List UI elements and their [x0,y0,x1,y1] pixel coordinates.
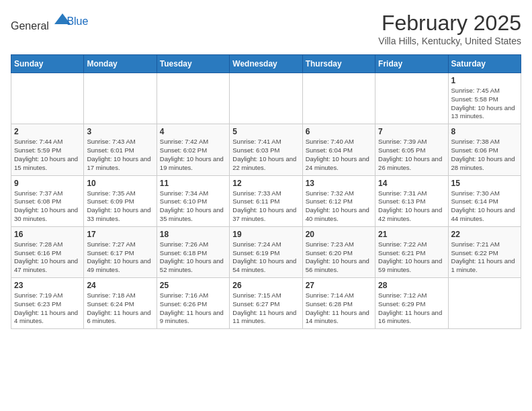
day-cell: 15Sunrise: 7:30 AM Sunset: 6:14 PM Dayli… [448,175,521,226]
day-cell [230,73,302,124]
page-header: General Blue February 2025 Villa Hills, … [11,11,521,46]
day-cell: 28Sunrise: 7:12 AM Sunset: 6:29 PM Dayli… [375,278,448,329]
day-header-wednesday: Wednesday [230,55,302,73]
day-cell: 13Sunrise: 7:32 AM Sunset: 6:12 PM Dayli… [302,175,375,226]
day-cell: 9Sunrise: 7:37 AM Sunset: 6:08 PM Daylig… [11,175,84,226]
day-cell: 25Sunrise: 7:16 AM Sunset: 6:26 PM Dayli… [157,278,229,329]
day-number: 5 [232,127,299,136]
day-number: 4 [160,127,226,136]
day-number: 24 [87,281,153,290]
days-header-row: SundayMondayTuesdayWednesdayThursdayFrid… [11,55,521,73]
day-cell [302,73,375,124]
day-info: Sunrise: 7:34 AM Sunset: 6:10 PM Dayligh… [160,189,226,224]
day-cell: 24Sunrise: 7:18 AM Sunset: 6:24 PM Dayli… [84,278,157,329]
week-row-1: 1Sunrise: 7:45 AM Sunset: 5:58 PM Daylig… [11,73,521,124]
day-info: Sunrise: 7:16 AM Sunset: 6:26 PM Dayligh… [160,291,226,326]
day-cell: 22Sunrise: 7:21 AM Sunset: 6:22 PM Dayli… [448,226,521,277]
day-number: 9 [14,179,81,188]
day-cell: 11Sunrise: 7:34 AM Sunset: 6:10 PM Dayli… [157,175,229,226]
day-number: 19 [232,230,299,239]
day-number: 28 [378,281,445,290]
title-block: February 2025 Villa Hills, Kentucky, Uni… [378,11,521,46]
day-cell: 21Sunrise: 7:22 AM Sunset: 6:21 PM Dayli… [375,226,448,277]
day-info: Sunrise: 7:30 AM Sunset: 6:14 PM Dayligh… [451,189,518,224]
day-info: Sunrise: 7:41 AM Sunset: 6:03 PM Dayligh… [232,138,299,172]
week-row-2: 2Sunrise: 7:44 AM Sunset: 5:59 PM Daylig… [11,124,521,175]
day-info: Sunrise: 7:35 AM Sunset: 6:09 PM Dayligh… [87,189,153,224]
day-info: Sunrise: 7:38 AM Sunset: 6:06 PM Dayligh… [451,138,518,172]
day-info: Sunrise: 7:31 AM Sunset: 6:13 PM Dayligh… [378,189,445,224]
day-number: 3 [87,127,153,136]
day-info: Sunrise: 7:21 AM Sunset: 6:22 PM Dayligh… [451,240,518,275]
day-info: Sunrise: 7:28 AM Sunset: 6:16 PM Dayligh… [14,240,81,275]
day-number: 25 [160,281,226,290]
day-cell: 23Sunrise: 7:19 AM Sunset: 6:23 PM Dayli… [11,278,84,329]
day-header-sunday: Sunday [11,55,84,73]
day-info: Sunrise: 7:32 AM Sunset: 6:12 PM Dayligh… [306,189,372,224]
day-number: 18 [160,230,226,239]
day-cell: 5Sunrise: 7:41 AM Sunset: 6:03 PM Daylig… [230,124,302,175]
day-number: 7 [378,127,445,136]
calendar-table: SundayMondayTuesdayWednesdayThursdayFrid… [11,54,521,329]
day-cell: 6Sunrise: 7:40 AM Sunset: 6:04 PM Daylig… [302,124,375,175]
day-number: 21 [378,230,445,239]
day-cell: 4Sunrise: 7:42 AM Sunset: 6:02 PM Daylig… [157,124,229,175]
day-info: Sunrise: 7:42 AM Sunset: 6:02 PM Dayligh… [160,138,226,172]
day-cell: 20Sunrise: 7:23 AM Sunset: 6:20 PM Dayli… [302,226,375,277]
day-info: Sunrise: 7:14 AM Sunset: 6:28 PM Dayligh… [306,291,372,326]
logo-blue-text: Blue [66,15,88,27]
day-cell [375,73,448,124]
day-cell: 17Sunrise: 7:27 AM Sunset: 6:17 PM Dayli… [84,226,157,277]
day-header-thursday: Thursday [302,55,375,73]
day-header-monday: Monday [84,55,157,73]
day-cell: 18Sunrise: 7:26 AM Sunset: 6:18 PM Dayli… [157,226,229,277]
day-cell: 3Sunrise: 7:43 AM Sunset: 6:01 PM Daylig… [84,124,157,175]
day-number: 17 [87,230,153,239]
day-number: 13 [306,179,372,188]
day-info: Sunrise: 7:27 AM Sunset: 6:17 PM Dayligh… [87,240,153,275]
day-info: Sunrise: 7:22 AM Sunset: 6:21 PM Dayligh… [378,240,445,275]
day-info: Sunrise: 7:45 AM Sunset: 5:58 PM Dayligh… [451,87,518,121]
day-header-friday: Friday [375,55,448,73]
month-year-title: February 2025 [378,11,521,36]
day-number: 16 [14,230,81,239]
day-number: 27 [306,281,372,290]
day-cell: 8Sunrise: 7:38 AM Sunset: 6:06 PM Daylig… [448,124,521,175]
day-number: 23 [14,281,81,290]
day-number: 6 [306,127,372,136]
day-cell: 12Sunrise: 7:33 AM Sunset: 6:11 PM Dayli… [230,175,302,226]
day-number: 1 [451,76,518,85]
day-info: Sunrise: 7:40 AM Sunset: 6:04 PM Dayligh… [306,138,372,172]
day-number: 11 [160,179,226,188]
day-cell: 1Sunrise: 7:45 AM Sunset: 5:58 PM Daylig… [448,73,521,124]
day-info: Sunrise: 7:37 AM Sunset: 6:08 PM Dayligh… [14,189,81,224]
day-cell: 2Sunrise: 7:44 AM Sunset: 5:59 PM Daylig… [11,124,84,175]
day-info: Sunrise: 7:23 AM Sunset: 6:20 PM Dayligh… [306,240,372,275]
location-subtitle: Villa Hills, Kentucky, United States [378,36,521,46]
day-cell: 10Sunrise: 7:35 AM Sunset: 6:09 PM Dayli… [84,175,157,226]
day-info: Sunrise: 7:44 AM Sunset: 5:59 PM Dayligh… [14,138,81,172]
day-info: Sunrise: 7:26 AM Sunset: 6:18 PM Dayligh… [160,240,226,275]
day-number: 12 [232,179,299,188]
day-info: Sunrise: 7:33 AM Sunset: 6:11 PM Dayligh… [232,189,299,224]
day-number: 8 [451,127,518,136]
day-number: 15 [451,179,518,188]
day-cell [11,73,84,124]
day-info: Sunrise: 7:39 AM Sunset: 6:05 PM Dayligh… [378,138,445,172]
day-header-saturday: Saturday [448,55,521,73]
day-cell: 16Sunrise: 7:28 AM Sunset: 6:16 PM Dayli… [11,226,84,277]
logo-general-text: General [11,20,49,32]
day-info: Sunrise: 7:19 AM Sunset: 6:23 PM Dayligh… [14,291,81,326]
day-number: 2 [14,127,81,136]
day-number: 22 [451,230,518,239]
day-cell: 14Sunrise: 7:31 AM Sunset: 6:13 PM Dayli… [375,175,448,226]
day-number: 20 [306,230,372,239]
day-cell: 19Sunrise: 7:24 AM Sunset: 6:19 PM Dayli… [230,226,302,277]
week-row-5: 23Sunrise: 7:19 AM Sunset: 6:23 PM Dayli… [11,278,521,329]
day-info: Sunrise: 7:15 AM Sunset: 6:27 PM Dayligh… [232,291,299,326]
day-cell [84,73,157,124]
day-cell [448,278,521,329]
day-cell: 27Sunrise: 7:14 AM Sunset: 6:28 PM Dayli… [302,278,375,329]
day-cell: 26Sunrise: 7:15 AM Sunset: 6:27 PM Dayli… [230,278,302,329]
day-number: 26 [232,281,299,290]
